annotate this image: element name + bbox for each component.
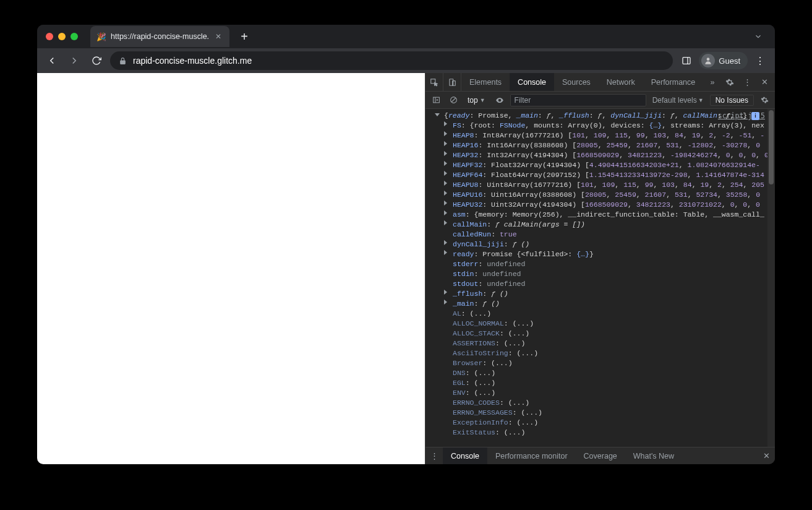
tab-favicon: 🎉	[96, 32, 106, 41]
issues-label: No Issues	[716, 96, 748, 105]
context-label: top	[468, 96, 478, 105]
reload-button[interactable]	[88, 52, 105, 69]
console-property-row[interactable]: ERRNO_CODES: (...)	[435, 398, 775, 408]
close-devtools-icon[interactable]: ✕	[756, 74, 772, 90]
browser-window: 🎉 https://rapid-concise-muscle.g ✕ + rap…	[37, 25, 775, 464]
console-property-row[interactable]: ALLOC_STACK: (...)	[435, 329, 775, 339]
devtools-panel: Elements Console Sources Network Perform…	[425, 73, 775, 464]
close-window-button[interactable]	[46, 33, 53, 40]
toolbar-right: Guest ⋮	[678, 52, 769, 69]
console-object-summary[interactable]: {ready: Promise, _main: ƒ, _fflush: ƒ, d…	[435, 111, 775, 121]
side-panel-icon[interactable]	[678, 52, 695, 69]
tab-network[interactable]: Network	[599, 73, 643, 91]
device-toolbar-icon[interactable]	[443, 73, 461, 91]
drawer-tabs: Console Performance monitor Coverage Wha…	[443, 447, 682, 464]
back-button[interactable]	[43, 52, 61, 69]
omnibox-text: rapid-concise-muscle.glitch.me	[133, 56, 252, 66]
console-property-row[interactable]: AsciiToString: (...)	[435, 348, 775, 358]
console-property-row[interactable]: ASSERTIONS: (...)	[435, 339, 775, 348]
close-drawer-icon[interactable]: ✕	[758, 451, 775, 460]
console-property-row[interactable]: calledRun: true	[435, 230, 775, 240]
devtools-menu-icon[interactable]: ⋮	[739, 74, 755, 90]
console-property-row[interactable]: asm: {memory: Memory(256), __indirect_fu…	[435, 210, 775, 220]
console-property-row[interactable]: Browser: (...)	[435, 358, 775, 368]
lock-icon	[119, 57, 127, 65]
console-settings-icon[interactable]	[758, 93, 771, 107]
console-property-row[interactable]: HEAPU32: Uint32Array(4194304) [166850902…	[435, 200, 775, 210]
omnibox[interactable]: rapid-concise-muscle.glitch.me	[110, 51, 673, 70]
tab-sources[interactable]: Sources	[554, 73, 599, 91]
avatar-icon	[701, 54, 715, 67]
console-property-row[interactable]: _fflush: ƒ ()	[435, 289, 775, 299]
web-page[interactable]	[37, 73, 425, 464]
clear-console-icon[interactable]	[447, 93, 460, 107]
profile-chip[interactable]: Guest	[699, 52, 748, 69]
console-property-row[interactable]: ready: Promise {<fulfilled>: {…}}	[435, 249, 775, 259]
console-property-row[interactable]: callMain: ƒ callMain(args = [])	[435, 220, 775, 230]
browser-tab[interactable]: 🎉 https://rapid-concise-muscle.g ✕	[90, 26, 229, 47]
console-property-row[interactable]: HEAP16: Int16Array(8388608) [28005, 2545…	[435, 140, 775, 150]
settings-icon[interactable]	[722, 74, 738, 90]
tab-performance[interactable]: Performance	[643, 73, 704, 91]
console-property-row[interactable]: ExceptionInfo: (...)	[435, 418, 775, 428]
content-area: Elements Console Sources Network Perform…	[37, 73, 775, 464]
console-property-row[interactable]: ALLOC_NORMAL: (...)	[435, 319, 775, 329]
drawer-menu-icon[interactable]: ⋮	[425, 451, 443, 460]
console-property-row[interactable]: stdout: undefined	[435, 279, 775, 289]
console-sidebar-toggle-icon[interactable]	[429, 93, 443, 107]
console-property-row[interactable]: HEAPF64: Float64Array(2097152) [1.154541…	[435, 170, 775, 180]
maximize-window-button[interactable]	[71, 33, 78, 40]
console-property-row[interactable]: FS: {root: FSNode, mounts: Array(0), dev…	[435, 121, 775, 131]
filter-input[interactable]: Filter	[510, 94, 646, 106]
console-property-row[interactable]: stderr: undefined	[435, 259, 775, 269]
drawer-tab-console[interactable]: Console	[443, 447, 487, 464]
live-expression-icon[interactable]	[493, 93, 506, 107]
console-property-row[interactable]: AL: (...)	[435, 309, 775, 319]
minimize-window-button[interactable]	[58, 33, 66, 40]
context-selector[interactable]: top ▼	[464, 96, 489, 105]
drawer-tab-coverage[interactable]: Coverage	[576, 447, 625, 464]
browser-menu-icon[interactable]: ⋮	[751, 55, 769, 67]
more-tabs-icon[interactable]: »	[704, 74, 720, 90]
close-tab-icon[interactable]: ✕	[213, 32, 223, 41]
address-bar: rapid-concise-muscle.glitch.me Guest ⋮	[37, 48, 775, 73]
levels-label: Default levels	[652, 96, 697, 105]
console-property-row[interactable]: ERRNO_MESSAGES: (...)	[435, 408, 775, 418]
svg-rect-6	[433, 97, 439, 103]
svg-line-9	[451, 98, 456, 102]
console-property-row[interactable]: ExitStatus: (...)	[435, 428, 775, 438]
console-property-row[interactable]: dynCall_jiji: ƒ ()	[435, 240, 775, 249]
console-property-row[interactable]: DNS: (...)	[435, 368, 775, 378]
window-chevron-icon[interactable]	[748, 32, 769, 41]
drawer-tab-perfmon[interactable]: Performance monitor	[487, 447, 576, 464]
inspect-element-icon[interactable]	[425, 73, 443, 91]
console-property-row[interactable]: HEAP8: Int8Array(16777216) [101, 109, 11…	[435, 131, 775, 140]
devtools-toolbar: Elements Console Sources Network Perform…	[425, 73, 775, 92]
console-property-row[interactable]: EGL: (...)	[435, 378, 775, 388]
issues-button[interactable]: No Issues	[710, 95, 754, 106]
console-property-row[interactable]: ENV: (...)	[435, 388, 775, 398]
tab-console[interactable]: Console	[510, 73, 554, 91]
console-property-row[interactable]: _main: ƒ ()	[435, 299, 775, 309]
scrollbar-vertical[interactable]	[767, 109, 775, 447]
console-toolbar: top ▼ Filter Default levels ▼ No Issues	[425, 92, 775, 109]
console-property-row[interactable]: HEAP32: Int32Array(4194304) [1668509029,…	[435, 150, 775, 160]
profile-label: Guest	[719, 56, 740, 66]
chevron-down-icon: ▼	[698, 97, 704, 103]
svg-rect-0	[683, 58, 690, 64]
console-property-row[interactable]: HEAPF32: Float32Array(4194304) [4.490441…	[435, 160, 775, 170]
new-tab-button[interactable]: +	[236, 28, 253, 45]
drawer-tab-whatsnew[interactable]: What's New	[625, 447, 682, 464]
console-property-row[interactable]: HEAPU8: Uint8Array(16777216) [101, 109, …	[435, 180, 775, 190]
console-output[interactable]: script.js:5 {ready: Promise, _main: ƒ, _…	[425, 109, 775, 447]
info-badge-icon[interactable]: i	[751, 112, 759, 120]
forward-button[interactable]	[66, 52, 83, 69]
console-property-row[interactable]: stdin: undefined	[435, 269, 775, 279]
devtools-drawer: ⋮ Console Performance monitor Coverage W…	[425, 447, 775, 464]
tab-elements[interactable]: Elements	[461, 73, 510, 91]
devtools-tabs: Elements Console Sources Network Perform…	[461, 73, 703, 91]
tab-strip: 🎉 https://rapid-concise-muscle.g ✕ +	[37, 25, 775, 48]
log-levels-selector[interactable]: Default levels ▼	[650, 96, 706, 105]
filter-placeholder: Filter	[515, 96, 531, 105]
console-property-row[interactable]: HEAPU16: Uint16Array(8388608) [28005, 25…	[435, 190, 775, 200]
